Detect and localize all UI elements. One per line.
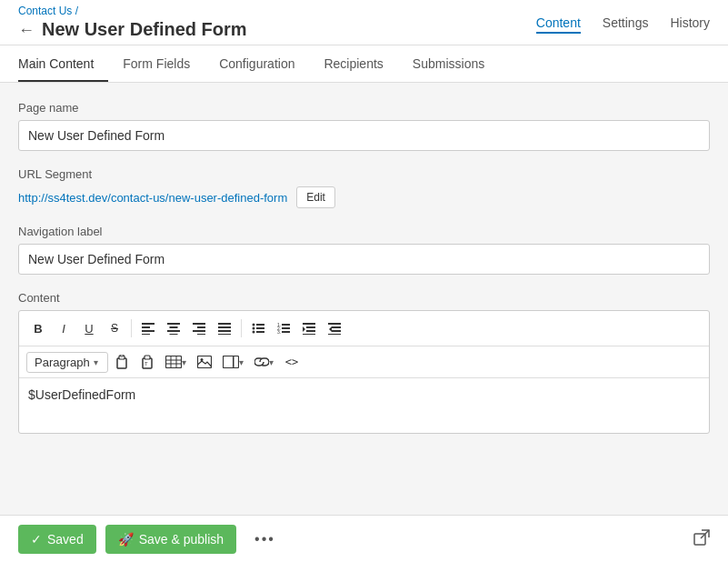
svg-rect-52	[224, 356, 234, 368]
svg-rect-6	[167, 330, 180, 332]
subtab-configuration[interactable]: Configuration	[219, 45, 309, 82]
breadcrumb-link[interactable]: Contact Us /	[18, 5, 78, 17]
content-editor: B I U S	[18, 310, 710, 434]
page-title-row: ← New User Defined Form	[18, 19, 247, 40]
top-nav: Content Settings History	[536, 12, 710, 34]
nav-label-input[interactable]	[18, 244, 710, 275]
svg-rect-34	[332, 326, 341, 328]
svg-rect-21	[256, 331, 264, 333]
media-chevron-icon: ▾	[239, 357, 244, 367]
chevron-down-icon: ▾	[94, 357, 98, 367]
subtab-recipients[interactable]: Recipients	[324, 45, 397, 82]
svg-rect-19	[256, 327, 264, 329]
svg-rect-14	[218, 330, 231, 332]
svg-text:3.: 3.	[277, 329, 281, 335]
style-dropdown-label: Paragraph	[35, 356, 90, 369]
svg-rect-31	[303, 334, 315, 335]
image-button[interactable]	[193, 350, 216, 374]
url-segment-section: URL Segment http://ss4test.dev/contact-u…	[18, 167, 710, 208]
editor-toolbar-row2: Paragraph ▾ T ▾	[19, 346, 709, 378]
svg-rect-36	[328, 334, 341, 335]
nav-label-section: Navigation label	[18, 225, 710, 275]
table-button[interactable]: ▾	[161, 350, 191, 374]
svg-rect-2	[142, 330, 155, 332]
svg-rect-0	[142, 323, 155, 325]
svg-point-16	[253, 324, 255, 326]
tab-history[interactable]: History	[670, 12, 710, 34]
editor-body[interactable]: $UserDefinedForm	[19, 378, 709, 433]
main-content: Page name URL Segment http://ss4test.dev…	[0, 83, 728, 511]
top-bar-left: Contact Us / ← New User Defined Form	[18, 5, 247, 40]
editor-toolbar-row1: B I U S	[19, 311, 709, 346]
toolbar-separator-1	[131, 319, 132, 337]
bold-button[interactable]: B	[26, 316, 50, 340]
svg-rect-17	[256, 324, 264, 326]
paste-plain-button[interactable]: T	[135, 350, 159, 374]
align-right-button[interactable]	[187, 316, 211, 340]
svg-text:T: T	[145, 361, 148, 366]
svg-rect-35	[332, 330, 341, 332]
strikethrough-button[interactable]: S	[103, 316, 126, 340]
url-segment-label: URL Segment	[18, 167, 710, 181]
svg-rect-7	[170, 334, 178, 335]
url-segment-link[interactable]: http://ss4test.dev/contact-us/new-user-d…	[18, 191, 287, 205]
underline-button[interactable]: U	[77, 316, 101, 340]
svg-rect-4	[167, 323, 180, 325]
subtab-submissions[interactable]: Submissions	[413, 45, 499, 82]
link-button[interactable]: ▾	[250, 350, 278, 374]
svg-rect-5	[170, 326, 178, 328]
svg-rect-12	[218, 323, 231, 325]
svg-rect-23	[282, 324, 290, 326]
page-name-section: Page name	[18, 101, 710, 151]
subtab-main-content[interactable]: Main Content	[18, 45, 108, 82]
svg-rect-44	[166, 356, 182, 368]
tab-settings[interactable]: Settings	[603, 12, 649, 34]
sub-tabs: Main Content Form Fields Configuration R…	[0, 45, 728, 83]
page-title: New User Defined Form	[42, 19, 247, 40]
svg-rect-28	[303, 323, 315, 325]
svg-point-20	[253, 331, 255, 334]
svg-rect-30	[306, 330, 315, 332]
svg-rect-8	[193, 323, 205, 325]
tab-content[interactable]: Content	[536, 12, 581, 34]
edit-url-button[interactable]: Edit	[296, 186, 335, 208]
page-name-label: Page name	[18, 101, 710, 115]
justify-button[interactable]	[213, 316, 236, 340]
svg-rect-25	[282, 327, 290, 329]
back-arrow-icon[interactable]: ←	[18, 22, 35, 38]
paste-button[interactable]	[110, 350, 134, 374]
table-chevron-icon: ▾	[182, 357, 186, 367]
editor-content-text: $UserDefinedForm	[28, 387, 135, 402]
toolbar-separator-2	[241, 319, 242, 337]
page-name-input[interactable]	[18, 120, 710, 151]
svg-rect-29	[306, 326, 315, 328]
link-chevron-icon: ▾	[269, 357, 274, 367]
svg-rect-42	[145, 356, 150, 359]
italic-button[interactable]: I	[52, 316, 75, 340]
svg-rect-49	[198, 356, 212, 368]
svg-rect-51	[224, 356, 239, 368]
media-button[interactable]: ▾	[218, 350, 248, 374]
breadcrumb[interactable]: Contact Us /	[18, 5, 247, 17]
ul-button[interactable]	[246, 316, 270, 340]
svg-rect-27	[282, 331, 290, 333]
svg-marker-32	[303, 326, 305, 332]
outdent-button[interactable]	[323, 316, 346, 340]
url-segment-row: http://ss4test.dev/contact-us/new-user-d…	[18, 186, 710, 208]
style-dropdown[interactable]: Paragraph ▾	[26, 352, 108, 373]
svg-rect-13	[218, 326, 231, 328]
svg-rect-38	[117, 358, 126, 368]
align-center-button[interactable]	[162, 316, 185, 340]
subtab-form-fields[interactable]: Form Fields	[123, 45, 204, 82]
indent-button[interactable]	[297, 316, 321, 340]
content-section: Content B I U S	[18, 291, 710, 434]
ol-button[interactable]: 1.2.3.	[272, 316, 295, 340]
top-bar: Contact Us / ← New User Defined Form Con…	[0, 0, 728, 45]
code-icon: <>	[285, 356, 298, 368]
svg-rect-10	[193, 330, 205, 332]
svg-rect-40	[120, 355, 124, 356]
svg-rect-9	[197, 326, 205, 328]
align-left-button[interactable]	[136, 316, 160, 340]
code-button[interactable]: <>	[280, 350, 304, 374]
svg-rect-11	[197, 334, 205, 335]
